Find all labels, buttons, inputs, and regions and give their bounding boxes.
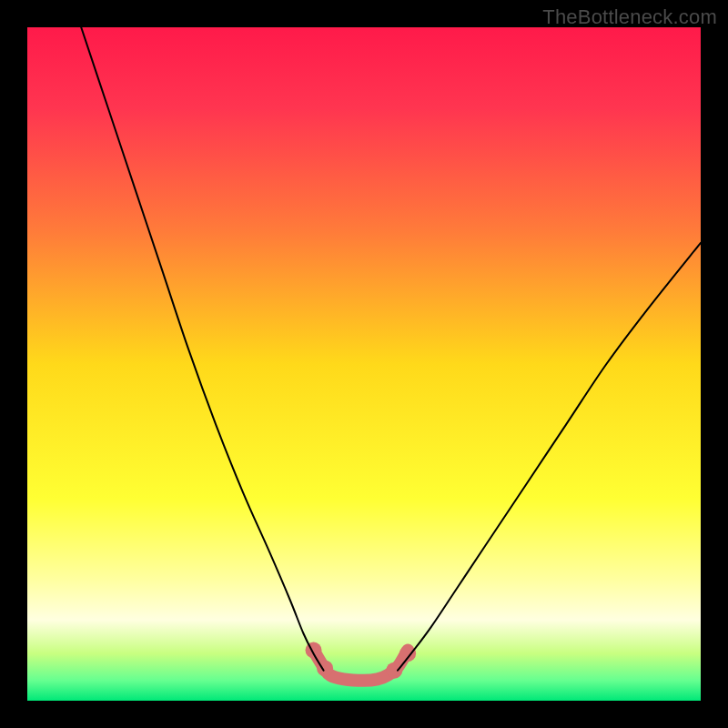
gradient-background (27, 27, 701, 701)
marker-2 (386, 662, 402, 679)
chart-container: TheBottleneck.com (0, 0, 728, 728)
watermark-text: TheBottleneck.com (542, 5, 717, 29)
plot-area (27, 27, 701, 701)
chart-svg (27, 27, 701, 701)
